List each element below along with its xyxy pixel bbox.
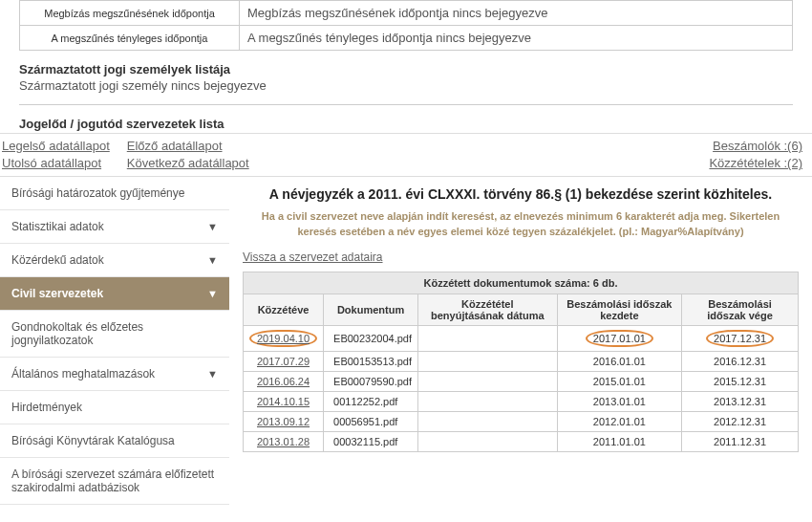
- sidebar-item[interactable]: Közérdekű adatok▼: [0, 244, 229, 277]
- document-name: EB00153513.pdf: [324, 352, 418, 372]
- info-label: Megbízás megszűnésének időpontja: [20, 1, 240, 26]
- th-document: Dokumentum: [324, 294, 418, 326]
- published-date-link[interactable]: 2016.06.24: [257, 376, 310, 387]
- period-start: 2017.01.01: [557, 326, 682, 352]
- page-title: A névjegyzék a 2011. évi CLXXXI. törvény…: [243, 186, 799, 202]
- th-submitted: Közzététel benyújtásának dátuma: [418, 294, 558, 326]
- table-header-row: Közzétéve Dokumentum Közzététel benyújtá…: [244, 294, 799, 326]
- sidebar-item-label: A bírósági szervezet számára előfizetett…: [11, 468, 218, 494]
- nav-reports[interactable]: Beszámolók :(6): [713, 138, 802, 155]
- sidebar-item[interactable]: Bírósági határozatok gyűjteménye▼: [0, 177, 229, 210]
- period-end: 2016.12.31: [682, 352, 799, 372]
- info-label: A megszűnés tényleges időpontja: [20, 26, 240, 51]
- sidebar-item-label: Közérdekű adatok: [11, 253, 104, 267]
- table-row: 2013.01.2800032115.pdf2011.01.012011.12.…: [244, 432, 799, 452]
- chevron-down-icon: ▼: [207, 288, 218, 299]
- section-heading-derived: Származtatott jogi személyek listája: [19, 62, 793, 76]
- submitted-date: [418, 392, 558, 412]
- nav-next[interactable]: Következő adatállapot: [127, 155, 249, 172]
- info-value: A megszűnés tényleges időpontja nincs be…: [240, 26, 793, 51]
- back-link[interactable]: Vissza a szervezet adataira: [243, 250, 383, 264]
- published-date-link[interactable]: 2014.10.15: [257, 396, 310, 407]
- nav-last[interactable]: Utolsó adatállapot: [2, 155, 110, 172]
- sidebar-item[interactable]: Civil szervezetek▼: [0, 277, 229, 311]
- published-date-link[interactable]: 2019.04.10: [249, 330, 317, 347]
- period-end: 2017.12.31: [682, 326, 799, 352]
- chevron-down-icon: ▼: [207, 368, 218, 380]
- document-name: EB00232004.pdf: [324, 326, 418, 352]
- submitted-date: [418, 372, 558, 392]
- period-end: 2013.12.31: [682, 392, 799, 412]
- sidebar-item-label: Bírósági Könyvtárak Katalógusa: [11, 434, 175, 447]
- table-row: Megbízás megszűnésének időpontja Megbízá…: [20, 1, 793, 26]
- sidebar-item-label: Gondnokoltak és előzetes jognyilatkozato…: [11, 320, 218, 347]
- published-date-link[interactable]: 2017.07.29: [257, 356, 310, 367]
- th-period-start: Beszámolási időszak kezdete: [557, 294, 682, 326]
- published-date-link[interactable]: 2013.09.12: [257, 416, 310, 427]
- documents-table: Közzétett dokumentumok száma: 6 db. Közz…: [243, 272, 799, 452]
- nav-first[interactable]: Legelső adatállapot: [2, 138, 110, 155]
- submitted-date: [418, 326, 558, 352]
- document-name: EB00079590.pdf: [324, 372, 418, 392]
- period-end: 2015.12.31: [682, 372, 799, 392]
- nav-prev[interactable]: Előző adatállapot: [127, 138, 249, 155]
- table-row: 2017.07.29EB00153513.pdf2016.01.012016.1…: [244, 352, 799, 372]
- sidebar-item[interactable]: Gondnokoltak és előzetes jognyilatkozato…: [0, 311, 229, 358]
- submitted-date: [418, 352, 558, 372]
- sidebar-item[interactable]: Statisztikai adatok▼: [0, 210, 229, 244]
- section-sub-derived: Származtatott jogi személy nincs bejegye…: [19, 78, 793, 93]
- sidebar-item[interactable]: Bírósági Könyvtárak Katalógusa▼: [0, 424, 229, 458]
- period-start: 2015.01.01: [557, 372, 682, 392]
- main-panel: A névjegyzék a 2011. évi CLXXXI. törvény…: [229, 177, 812, 505]
- period-start: 2012.01.01: [557, 412, 682, 432]
- divider: [19, 104, 793, 105]
- th-period-end: Beszámolási időszak vége: [682, 294, 799, 326]
- sidebar-item-label: Bírósági határozatok gyűjteménye: [11, 186, 184, 200]
- period-start: 2011.01.01: [557, 432, 682, 452]
- sidebar: Bírósági határozatok gyűjteménye▼Statisz…: [0, 177, 229, 505]
- section-heading-predecessor: Jogelőd / jogutód szervezetek lista: [19, 117, 793, 131]
- period-end: 2011.12.31: [682, 432, 799, 452]
- submitted-date: [418, 412, 558, 432]
- chevron-down-icon: ▼: [207, 254, 218, 266]
- sidebar-item-label: Hirdetmények: [11, 401, 82, 414]
- period-start: 2013.01.01: [557, 392, 682, 412]
- table-row: 2019.04.10EB00232004.pdf2017.01.012017.1…: [244, 326, 799, 352]
- info-table: Megbízás megszűnésének időpontja Megbízá…: [19, 0, 793, 51]
- sidebar-item-label: Civil szervezetek: [11, 287, 103, 300]
- published-date-link[interactable]: 2013.01.28: [257, 436, 310, 447]
- th-published: Közzétéve: [244, 294, 324, 326]
- table-caption: Közzétett dokumentumok száma: 6 db.: [244, 272, 799, 294]
- info-value: Megbízás megszűnésének időpontja nincs b…: [240, 1, 793, 26]
- chevron-down-icon: ▼: [207, 221, 218, 232]
- document-name: 00056951.pdf: [324, 412, 418, 432]
- document-name: 00112252.pdf: [324, 392, 418, 412]
- sidebar-item-label: Statisztikai adatok: [11, 220, 104, 233]
- table-row: A megszűnés tényleges időpontja A megszű…: [20, 26, 793, 51]
- sidebar-item[interactable]: A bírósági szervezet számára előfizetett…: [0, 458, 229, 505]
- nav-row: Legelső adatállapot Utolsó adatállapot E…: [0, 133, 812, 176]
- sidebar-item-label: Általános meghatalmazások: [11, 367, 155, 381]
- period-start: 2016.01.01: [557, 352, 682, 372]
- table-row: 2016.06.24EB00079590.pdf2015.01.012015.1…: [244, 372, 799, 392]
- submitted-date: [418, 432, 558, 452]
- sidebar-item[interactable]: Hirdetmények▼: [0, 391, 229, 424]
- sidebar-item[interactable]: Általános meghatalmazások▼: [0, 358, 229, 391]
- document-name: 00032115.pdf: [324, 432, 418, 452]
- search-note: Ha a civil szervezet neve alapján indít …: [243, 209, 799, 239]
- period-end: 2012.12.31: [682, 412, 799, 432]
- table-row: 2013.09.1200056951.pdf2012.01.012012.12.…: [244, 412, 799, 432]
- table-row: 2014.10.1500112252.pdf2013.01.012013.12.…: [244, 392, 799, 412]
- nav-publications[interactable]: Közzétételek :(2): [709, 155, 802, 172]
